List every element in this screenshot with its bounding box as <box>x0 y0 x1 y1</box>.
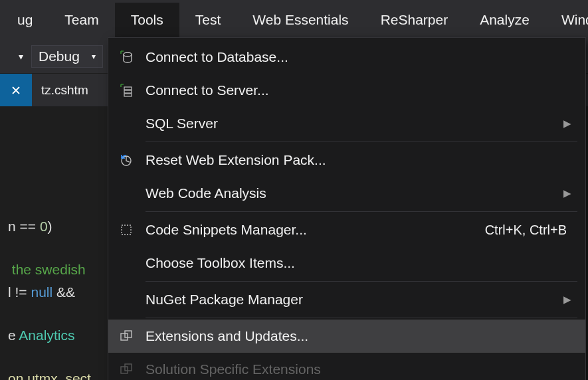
chevron-down-icon: ▾ <box>92 52 96 61</box>
tab-close-button[interactable] <box>0 74 32 106</box>
svg-rect-11 <box>125 364 132 371</box>
tab-label: tz.cshtm <box>41 83 88 98</box>
sln-ext-icon <box>112 362 140 377</box>
menu-extensions-updates[interactable]: Extensions and Updates... <box>108 320 585 353</box>
menu-separator <box>146 142 577 142</box>
menu-tools[interactable]: Tools <box>115 3 179 37</box>
svg-rect-9 <box>125 331 132 337</box>
menu-connect-database[interactable]: Connect to Database... <box>108 41 585 74</box>
solution-config-dropdown[interactable]: Debug ▾ <box>31 45 103 68</box>
svg-rect-4 <box>124 90 132 93</box>
svg-rect-5 <box>124 94 132 96</box>
menubar: ug Team Tools Test Web Essentials ReShar… <box>0 0 588 40</box>
shortcut-label: Ctrl+K, Ctrl+B <box>485 223 573 238</box>
close-icon <box>11 85 21 96</box>
svg-rect-8 <box>121 333 128 340</box>
svg-point-2 <box>124 52 132 56</box>
editor-tab[interactable]: tz.cshtm <box>32 74 98 106</box>
menu-connect-server[interactable]: Connect to Server... <box>108 74 585 107</box>
menu-resharper[interactable]: ReSharper <box>365 3 464 37</box>
menu-sql-server[interactable]: SQL Server ▶ <box>108 107 585 140</box>
menu-solution-extensions: Solution Specific Extensions <box>108 353 585 380</box>
menu-analyze[interactable]: Analyze <box>464 3 545 37</box>
config-label: Debug <box>39 48 80 64</box>
menu-nuget[interactable]: NuGet Package Manager ▶ <box>108 283 585 316</box>
menu-reset-web-ext[interactable]: Reset Web Extension Pack... <box>108 143 585 177</box>
snippets-icon <box>112 223 140 237</box>
chevron-right-icon: ▶ <box>561 294 573 306</box>
menu-debug[interactable]: ug <box>1 3 49 37</box>
menu-separator <box>146 318 577 318</box>
extensions-icon <box>112 329 140 343</box>
svg-rect-3 <box>124 87 132 90</box>
menu-separator <box>146 211 577 212</box>
toolbar-overflow-icon[interactable]: ▾ <box>0 51 29 62</box>
chevron-right-icon: ▶ <box>561 118 573 130</box>
menu-team[interactable]: Team <box>49 3 114 37</box>
reset-icon <box>112 153 140 167</box>
menu-web-code-analysis[interactable]: Web Code Analysis ▶ <box>108 177 585 210</box>
svg-rect-10 <box>121 367 128 373</box>
tools-menu: Connect to Database... Connect to Server… <box>108 37 586 380</box>
menu-window[interactable]: Windo <box>545 3 588 37</box>
menu-web-essentials[interactable]: Web Essentials <box>237 3 364 37</box>
svg-rect-7 <box>122 225 131 235</box>
chevron-right-icon: ▶ <box>561 187 573 199</box>
db-icon <box>112 50 140 64</box>
menu-code-snippets[interactable]: Code Snippets Manager... Ctrl+K, Ctrl+B <box>108 213 585 246</box>
server-icon <box>112 83 140 98</box>
menu-test[interactable]: Test <box>179 3 237 37</box>
menu-separator <box>146 281 577 282</box>
menu-choose-toolbox[interactable]: Choose Toolbox Items... <box>108 246 585 280</box>
